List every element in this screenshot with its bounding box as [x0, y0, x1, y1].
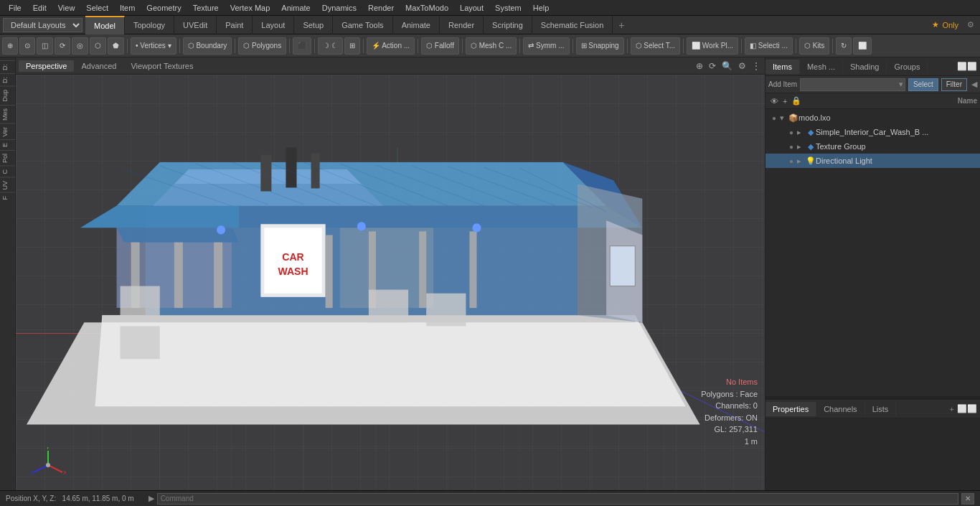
sidebar-tab-1[interactable]: D: [0, 73, 15, 86]
layout-tab-paint[interactable]: Paint [217, 16, 253, 34]
sidebar-tab-4[interactable]: Ver [0, 123, 15, 140]
menu-animate[interactable]: Animate [275, 2, 316, 14]
panel-tab-shading[interactable]: Shading [843, 60, 887, 74]
sidebar-tab-6[interactable]: Pol [0, 150, 15, 166]
layout-settings-btn[interactable]: ⚙ [967, 20, 974, 29]
sidebar-tab-0[interactable]: D: [0, 60, 15, 73]
action-btn[interactable]: ⚡ Action ... [367, 37, 415, 55]
layout-tab-model[interactable]: Model [85, 16, 125, 34]
menu-help[interactable]: Help [527, 2, 555, 14]
fullscreen-btn[interactable]: ⬜ [853, 37, 872, 55]
menu-dynamics[interactable]: Dynamics [316, 2, 362, 14]
sidebar-tab-5[interactable]: E [0, 139, 15, 150]
eye-icon-directional-light[interactable]: ● [786, 157, 797, 165]
items-tool-add[interactable]: + [781, 97, 789, 106]
eye-icon-modo[interactable]: ● [768, 114, 780, 122]
vp-ctrl-more[interactable]: ⋮ [750, 61, 762, 71]
boundary-btn[interactable]: ⬡ Boundary [183, 37, 232, 55]
mesh-c-btn[interactable]: ⬡ Mesh C ... [466, 37, 517, 55]
expand-car-wash[interactable]: ▸ [797, 128, 806, 137]
layout-tab-game-tools[interactable]: Game Tools [333, 16, 393, 34]
tool-btn-2[interactable]: ⊙ [19, 37, 35, 55]
prop-add-btn[interactable]: + [950, 405, 954, 413]
tool-btn-7[interactable]: ⬟ [108, 37, 124, 55]
panel-tab-items[interactable]: Items [765, 60, 800, 74]
layout-tab-add[interactable]: + [613, 18, 630, 32]
tool-btn-5[interactable]: ◎ [72, 37, 88, 55]
vp-tab-textures[interactable]: Viewport Textures [123, 60, 200, 72]
layout-tab-setup[interactable]: Setup [294, 16, 333, 34]
vp-tab-advanced[interactable]: Advanced [74, 60, 123, 72]
menu-render[interactable]: Render [362, 2, 400, 14]
menu-geometry[interactable]: Geometry [141, 2, 187, 14]
items-tool-eye[interactable]: 👁 [768, 97, 781, 106]
work-plane-btn[interactable]: ⬜ Work Pl... [687, 37, 738, 55]
sidebar-tab-3[interactable]: Mes [0, 105, 15, 123]
snapping-btn[interactable]: ⊞ Snapping [576, 37, 624, 55]
menu-layout[interactable]: Layout [454, 2, 489, 14]
filter-button[interactable]: Filter [941, 78, 967, 91]
panel-tab-mesh[interactable]: Mesh ... [800, 60, 843, 74]
sym-btn[interactable]: ⇄ Symm ... [523, 37, 569, 55]
menu-edit[interactable]: Edit [27, 2, 52, 14]
layout-tab-topology[interactable]: Topology [125, 16, 174, 34]
layout-tab-scripting[interactable]: Scripting [484, 16, 532, 34]
view-btn[interactable]: ☽ ☾ [318, 37, 343, 55]
command-input[interactable] [157, 493, 958, 505]
expand-texture-group[interactable]: ▸ [797, 142, 806, 151]
menu-vertex-map[interactable]: Vertex Map [225, 2, 276, 14]
tree-item-texture-group[interactable]: ● ▸ ◆ Texture Group [765, 139, 980, 154]
prop-resize-btn[interactable]: ⬜⬜ [957, 404, 977, 413]
viewport[interactable]: Perspective Advanced Viewport Textures ⊕… [16, 57, 765, 490]
expand-directional-light[interactable]: ▸ [797, 156, 806, 166]
vertices-btn[interactable]: • Vertices ▾ [131, 37, 176, 55]
cube-btn[interactable]: ⬛ [293, 37, 311, 55]
select-t-btn[interactable]: ⬡ Select T... [631, 37, 681, 55]
prop-tab-lists[interactable]: Lists [865, 402, 897, 416]
panel-resize-btn[interactable]: ⬜⬜ [954, 60, 980, 72]
tool-btn-4[interactable]: ⟳ [55, 37, 70, 55]
layout-tab-schematic-fusion[interactable]: Schematic Fusion [532, 16, 613, 34]
expand-modo[interactable]: ▾ [780, 113, 788, 123]
command-clear-btn[interactable]: ✕ [961, 493, 974, 505]
layout-tab-layout[interactable]: Layout [253, 16, 294, 34]
menu-texture[interactable]: Texture [187, 2, 225, 14]
vp-ctrl-expand[interactable]: ⊕ [694, 61, 705, 71]
panel-arrow-left[interactable]: ◀ [971, 80, 977, 89]
falloff-btn[interactable]: ⬡ Falloff [421, 37, 459, 55]
tool-btn-6[interactable]: ⬡ [90, 37, 106, 55]
tree-item-directional-light[interactable]: ● ▸ 💡 Directional Light [765, 154, 980, 168]
layout-tab-animate[interactable]: Animate [393, 16, 440, 34]
sidebar-tab-9[interactable]: F [0, 192, 15, 203]
menu-maxtomodo[interactable]: MaxToModo [400, 2, 454, 14]
layout-dropdown[interactable]: Default Layouts [3, 18, 83, 32]
menu-system[interactable]: System [489, 2, 527, 14]
rotate-view-btn[interactable]: ↻ [836, 37, 852, 55]
menu-item[interactable]: Item [114, 2, 141, 14]
vp-tab-perspective[interactable]: Perspective [19, 60, 74, 72]
prop-tab-properties[interactable]: Properties [765, 402, 816, 416]
eye-icon-texture-group[interactable]: ● [786, 143, 797, 151]
vp-ctrl-search[interactable]: 🔍 [720, 61, 734, 71]
tool-btn-3[interactable]: ◫ [37, 37, 53, 55]
polygons-btn[interactable]: ⬡ Polygons [238, 37, 286, 55]
sidebar-tab-7[interactable]: C [0, 166, 15, 177]
layout-tab-uvedit[interactable]: UVEdit [174, 16, 217, 34]
items-tool-lock[interactable]: 🔒 [789, 96, 804, 106]
grid-btn[interactable]: ⊞ [344, 37, 360, 55]
tool-btn-1[interactable]: ⊕ [2, 37, 18, 55]
add-item-dropdown[interactable]: ▾ [800, 78, 905, 91]
items-tree[interactable]: ● ▾ 📦 modo.lxo ● ▸ ◆ Simple_Interior_Car… [765, 109, 980, 396]
selection-btn[interactable]: ◧ Selecti ... [745, 37, 793, 55]
eye-icon-car-wash[interactable]: ● [786, 128, 797, 136]
kits-btn[interactable]: ⬡ Kits [799, 37, 829, 55]
menu-file[interactable]: File [3, 2, 27, 14]
vp-ctrl-settings[interactable]: ⚙ [737, 61, 748, 71]
select-button[interactable]: Select [908, 78, 938, 91]
tree-item-modo-lxo[interactable]: ● ▾ 📦 modo.lxo [765, 111, 980, 125]
panel-tab-groups[interactable]: Groups [887, 60, 928, 74]
vp-ctrl-rotate[interactable]: ⟳ [707, 61, 717, 71]
tree-item-car-wash[interactable]: ● ▸ ◆ Simple_Interior_Car_Wash_B ... [765, 125, 980, 139]
sidebar-tab-8[interactable]: UV [0, 177, 15, 193]
layout-tab-render[interactable]: Render [440, 16, 484, 34]
